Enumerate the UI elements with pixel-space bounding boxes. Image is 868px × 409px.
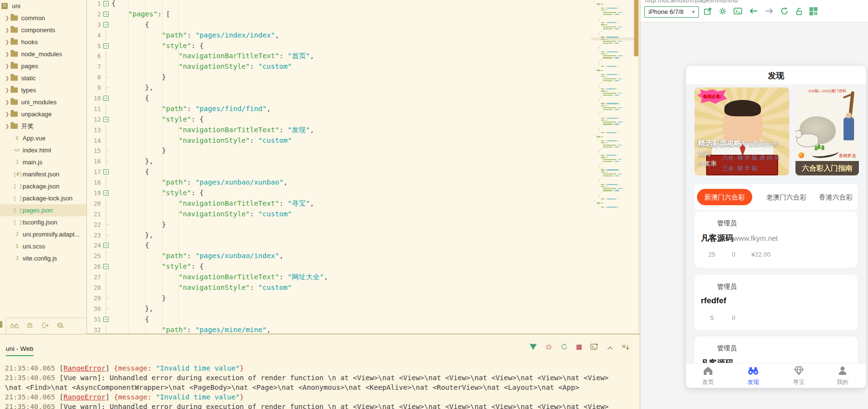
gutter-row[interactable]: 29 xyxy=(87,293,111,304)
code-line[interactable]: }, xyxy=(111,230,328,241)
tree-folder-开奖[interactable]: ❯开奖 xyxy=(0,120,86,132)
tree-folder-uni_modules[interactable]: ❯uni_modules xyxy=(0,96,86,108)
code-line[interactable]: "path": "pages/xunbao/xunbao", xyxy=(111,177,328,188)
gutter-row[interactable]: 2– xyxy=(87,9,111,20)
gutter-row[interactable]: 30 xyxy=(87,304,111,314)
gutter-row[interactable]: 32 xyxy=(87,325,111,334)
gutter-row[interactable]: 14 xyxy=(87,136,111,146)
gutter-row[interactable]: 17– xyxy=(87,167,111,177)
fold-marker-icon[interactable]: – xyxy=(103,1,109,6)
code-line[interactable]: }, xyxy=(111,304,328,314)
fold-marker-icon[interactable]: – xyxy=(103,169,109,174)
code-line[interactable]: "style": { xyxy=(111,41,328,51)
code-line[interactable]: "path": "pages/find/find", xyxy=(111,104,328,114)
code-line[interactable]: { xyxy=(111,240,328,251)
code-line[interactable]: "path": "pages/xunbao/index", xyxy=(111,251,328,261)
chevron-right-icon[interactable]: ❯ xyxy=(4,27,11,33)
code-line[interactable]: } xyxy=(111,293,328,304)
code-line[interactable]: { xyxy=(111,93,328,104)
chevron-right-icon[interactable]: ❯ xyxy=(4,99,11,105)
vue-logo-icon[interactable] xyxy=(529,344,537,352)
gutter-row[interactable]: 18 xyxy=(87,177,111,188)
fold-marker-icon[interactable]: – xyxy=(103,43,109,49)
tree-folder-static[interactable]: ❯static xyxy=(0,72,86,84)
scrollbar-thumb[interactable] xyxy=(634,0,638,56)
code-line[interactable]: "style": { xyxy=(111,114,328,125)
code-editor[interactable]: 1–2–3–45–678910–1112–1314151617–1819–202… xyxy=(87,0,640,334)
post-card[interactable]: 管理员rfedfef50 xyxy=(695,275,857,330)
fold-marker-icon[interactable]: – xyxy=(103,264,109,269)
chevron-right-icon[interactable]: ❯ xyxy=(4,87,11,93)
tab-old-macau[interactable]: 老澳门六合彩 xyxy=(760,189,812,205)
gutter-row[interactable]: 25 xyxy=(87,251,111,261)
code-line[interactable]: } xyxy=(111,72,328,83)
qr-code-icon[interactable] xyxy=(809,7,818,17)
banner-lottery-guide[interactable]: 100期—2023澳门资料 香燃梦适 六合彩入门指南 xyxy=(795,87,859,175)
code-line[interactable]: }, xyxy=(111,156,328,167)
post-card[interactable]: 管理员凡客源码www.fkym.net250¥22.00 xyxy=(695,211,857,268)
tabbar-item-mine[interactable]: 我的 xyxy=(828,366,857,386)
tab-new-macau[interactable]: 新澳门六合彩 xyxy=(697,189,752,205)
tree-folder-types[interactable]: ❯types xyxy=(0,84,86,96)
code-line[interactable]: "navigationBarTitleText": "网址大全", xyxy=(111,272,328,283)
gutter-row[interactable]: 7 xyxy=(87,62,111,72)
stop-icon[interactable] xyxy=(576,344,582,352)
fold-marker-icon[interactable]: – xyxy=(103,317,109,322)
code-line[interactable]: "navigationBarTitleText": "首页", xyxy=(111,51,328,62)
gutter-row[interactable]: 21 xyxy=(87,209,111,220)
tree-folder-components[interactable]: ❯components xyxy=(0,24,86,36)
tree-root-uni[interactable]: uni xyxy=(0,0,86,12)
code-line[interactable]: { xyxy=(111,20,328,30)
tab-hongkong[interactable]: 香港六合彩 xyxy=(816,189,856,205)
export-icon[interactable] xyxy=(41,322,49,331)
tree-folder-node_modules[interactable]: ❯node_modules xyxy=(0,48,86,60)
settings-gear-icon[interactable] xyxy=(719,7,727,17)
forward-icon[interactable] xyxy=(765,8,774,16)
gutter-row[interactable]: 4 xyxy=(87,30,111,41)
open-external-icon[interactable] xyxy=(704,7,712,17)
debug-bug-icon[interactable] xyxy=(545,343,552,352)
editor-code[interactable]: { "pages": [ { "path": "pages/index/inde… xyxy=(111,0,328,334)
fold-marker-icon[interactable]: – xyxy=(103,190,109,196)
tree-file-manifest.json[interactable]: [#]manifest.json xyxy=(0,168,86,180)
code-line[interactable]: "path": "pages/mine/mine", xyxy=(111,325,328,334)
gutter-row[interactable]: 12– xyxy=(87,114,111,125)
post-site-link[interactable]: www.fkym.net xyxy=(734,234,778,242)
gutter-row[interactable]: 9 xyxy=(87,83,111,93)
fold-marker-icon[interactable]: – xyxy=(103,117,109,122)
code-line[interactable]: "navigationBarTitleText": "寻宝", xyxy=(111,198,328,209)
gutter-row[interactable]: 22 xyxy=(87,220,111,230)
gutter-row[interactable]: 10– xyxy=(87,93,111,104)
bug-icon[interactable] xyxy=(26,322,34,331)
tree-file-vite.config.js[interactable]: Jvite.config.js xyxy=(0,252,86,264)
gutter-row[interactable]: 8 xyxy=(87,72,111,83)
tree-file-uni.scss[interactable]: Suni.scss xyxy=(0,240,86,252)
gutter-row[interactable]: 26– xyxy=(87,261,111,272)
chevron-right-icon[interactable]: ❯ xyxy=(4,75,11,81)
binoculars-icon[interactable] xyxy=(10,322,19,331)
fold-marker-icon[interactable]: – xyxy=(103,243,109,248)
gutter-row[interactable]: 24– xyxy=(87,240,111,251)
fold-marker-icon[interactable]: – xyxy=(103,96,109,101)
banner-lottery-strategy[interactable]: 每期必看! 六肖: 猪 羊 鼠 虎 鸡 马 三肖: 猪 羊 鼠 精选彩票攻略专业… xyxy=(695,87,789,175)
code-line[interactable]: { xyxy=(111,0,328,9)
gutter-row[interactable]: 1– xyxy=(87,0,111,9)
tree-file-index.html[interactable]: <>index.html xyxy=(0,144,86,156)
chevron-right-icon[interactable]: ❯ xyxy=(4,39,11,45)
code-line[interactable]: "navigationBarTitleText": "发现", xyxy=(111,125,328,136)
code-line[interactable]: } xyxy=(111,146,328,156)
code-line[interactable]: "path": "pages/index/index", xyxy=(111,30,328,41)
tree-folder-common[interactable]: ❯common xyxy=(0,12,86,24)
gutter-row[interactable]: 31– xyxy=(87,314,111,325)
gutter-row[interactable]: 28 xyxy=(87,283,111,293)
tree-folder-unpackage[interactable]: ❯unpackage xyxy=(0,108,86,120)
gutter-row[interactable]: 15 xyxy=(87,146,111,156)
tree-file-packagelock.json[interactable]: [ ]package-lock.json xyxy=(0,192,86,204)
panel-edge-icon[interactable] xyxy=(0,321,2,328)
code-line[interactable]: "navigationStyle": "custom" xyxy=(111,209,328,220)
fold-marker-icon[interactable]: – xyxy=(103,12,109,17)
tree-file-main.js[interactable]: Jmain.js xyxy=(0,156,86,168)
gutter-row[interactable]: 13 xyxy=(87,125,111,136)
address-bar[interactable]: http://localhost/#/pages/find/find xyxy=(645,0,847,3)
code-line[interactable]: "navigationStyle": "custom" xyxy=(111,136,328,146)
